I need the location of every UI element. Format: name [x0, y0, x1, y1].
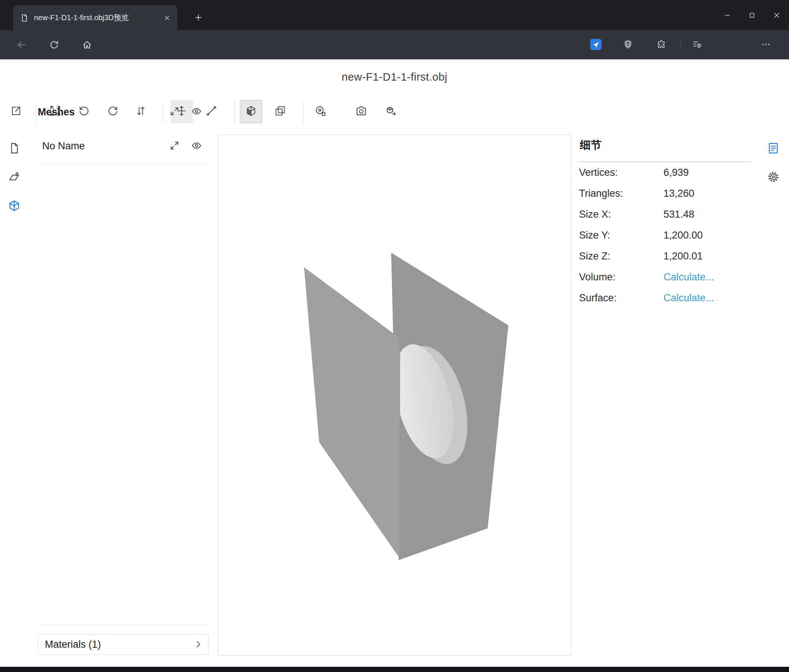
details-panel: 细节 Vertices: 6,939 Triangles: 13,260 Siz… [579, 138, 752, 308]
home-button[interactable] [78, 36, 96, 54]
tab-title: new-F1-D1-1-first.obj3D预览 [34, 13, 161, 23]
toolbar-divider [36, 102, 36, 123]
export-model-icon[interactable] [381, 101, 401, 121]
toolbar-divider [235, 102, 235, 123]
surface-calculate-link[interactable]: Calculate... [663, 292, 714, 304]
perspective-view-icon[interactable] [241, 101, 261, 121]
tab-close-icon[interactable] [161, 12, 173, 24]
minimize-button[interactable] [715, 0, 739, 30]
flip-vertical-icon[interactable] [131, 101, 151, 121]
close-window-button[interactable] [764, 0, 789, 30]
browser-menu-icon[interactable] [757, 35, 775, 53]
extensions-puzzle-icon[interactable] [652, 35, 670, 53]
details-list-icon[interactable] [765, 140, 781, 156]
model-cube-icon[interactable] [6, 197, 22, 214]
mesh-item-visibility-icon[interactable] [189, 138, 204, 153]
viewport-3d[interactable] [218, 134, 571, 656]
volume-calculate-link[interactable]: Calculate... [663, 271, 714, 283]
maximize-button[interactable] [739, 0, 764, 30]
page-content: new-F1-D1-1-first.obj [0, 59, 789, 667]
navbar-divider [680, 40, 681, 49]
browser-titlebar: new-F1-D1-1-first.obj3D预览 [0, 0, 789, 30]
detail-row-size-x: Size X: 531.48 [579, 204, 752, 225]
toolbar-divider [162, 102, 163, 123]
orthographic-view-icon[interactable] [270, 101, 290, 121]
model-render [218, 135, 572, 656]
measure-line-icon[interactable] [201, 101, 222, 121]
svg-text:T: T [626, 41, 630, 47]
meshes-focus-icon[interactable] [167, 104, 182, 119]
browser-navbar: https://file.kkview.cn/onlinePreview?url… [0, 30, 789, 59]
page-title: new-F1-D1-1-first.obj [0, 71, 789, 83]
materials-rail-icon[interactable] [6, 169, 22, 185]
tape-measure-icon[interactable] [310, 101, 331, 121]
detail-row-size-y: Size Y: 1,200.00 [579, 225, 752, 246]
chevron-right-icon [193, 640, 203, 649]
detail-row-surface: Surface: Calculate... [579, 287, 752, 308]
meshes-header: Meshes [38, 107, 75, 118]
open-file-icon[interactable] [6, 101, 26, 121]
details-header: 细节 [579, 138, 752, 153]
window-bottom-edge [0, 667, 789, 672]
browser-tab[interactable]: new-F1-D1-1-first.obj3D预览 [13, 5, 177, 30]
screenshot-camera-icon[interactable] [351, 101, 371, 121]
tab-favicon-document-icon [20, 13, 29, 22]
settings-gear-icon[interactable] [765, 169, 781, 185]
window-controls [715, 0, 789, 30]
mesh-item-focus-icon[interactable] [167, 138, 182, 153]
rotate-right-icon[interactable] [103, 101, 123, 121]
favorites-hub-icon[interactable] [688, 35, 706, 53]
materials-divider [38, 624, 210, 625]
new-tab-button[interactable] [191, 10, 206, 25]
file-info-icon[interactable] [6, 140, 22, 156]
materials-button[interactable]: Materials (1) [38, 634, 209, 655]
extension-blue-icon[interactable] [587, 35, 605, 53]
meshes-visibility-icon[interactable] [189, 104, 204, 119]
shield-extension-icon[interactable]: T [619, 35, 637, 53]
detail-row-volume: Volume: Calculate... [579, 267, 752, 287]
refresh-button[interactable] [45, 36, 63, 54]
toolbar-divider [303, 102, 304, 123]
detail-row-size-z: Size Z: 1,200.01 [579, 246, 752, 267]
rotate-left-icon[interactable] [74, 101, 94, 121]
meshes-divider [38, 164, 210, 165]
back-button[interactable] [13, 36, 30, 54]
detail-row-vertices: Vertices: 6,939 [579, 162, 752, 183]
mesh-list-item[interactable]: No Name [42, 140, 85, 152]
detail-row-triangles: Triangles: 13,260 [579, 183, 752, 204]
